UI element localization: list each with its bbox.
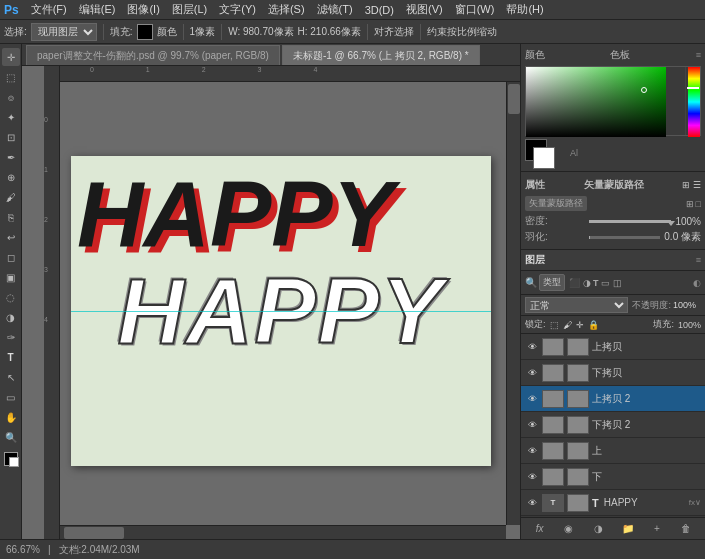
tool-crop[interactable]: ⊡: [2, 128, 20, 146]
menu-layer[interactable]: 图层(L): [166, 0, 213, 19]
tool-shape[interactable]: ▭: [2, 388, 20, 406]
lock-transparent[interactable]: ⬚: [550, 320, 559, 330]
filter-icons-row: ⬛ ◑ T ▭ ◫: [569, 278, 622, 288]
gradient-divider: [685, 67, 686, 135]
btn-mask[interactable]: ◉: [560, 521, 578, 537]
layer-item-upper-copy[interactable]: 👁 上拷贝: [521, 334, 705, 360]
menu-3d[interactable]: 3D(D): [359, 0, 400, 19]
fill-value[interactable]: 100%: [678, 320, 701, 330]
color-gradient-picker[interactable]: [525, 66, 701, 136]
layers-menu-icon[interactable]: ≡: [696, 255, 701, 265]
scrollbar-horizontal[interactable]: [60, 525, 506, 539]
tool-lasso[interactable]: ⌾: [2, 88, 20, 106]
tool-move[interactable]: ✛: [2, 48, 20, 66]
mask-btn-1[interactable]: ⊞: [686, 199, 694, 209]
density-slider[interactable]: [589, 220, 671, 223]
eye-upper[interactable]: 👁: [525, 444, 539, 458]
btn-adjustment[interactable]: ◑: [589, 521, 607, 537]
tool-hand[interactable]: ✋: [2, 408, 20, 426]
menu-image[interactable]: 图像(I): [121, 0, 165, 19]
btn-fx[interactable]: fx: [531, 521, 549, 537]
tool-marquee[interactable]: ⬚: [2, 68, 20, 86]
layer-item-lower[interactable]: 👁 下: [521, 464, 705, 490]
blend-mode-select[interactable]: 正常: [525, 297, 628, 313]
layer-toggle[interactable]: ◐: [693, 278, 701, 288]
menu-select[interactable]: 选择(S): [262, 0, 311, 19]
filter-shape[interactable]: ▭: [601, 278, 610, 288]
layers-panel-header: 图层 ≡: [521, 250, 705, 271]
thumb2-lower: [567, 468, 589, 486]
eye-lower[interactable]: 👁: [525, 470, 539, 484]
lock-image[interactable]: 🖌: [563, 320, 572, 330]
eye-lower-copy2[interactable]: 👁: [525, 418, 539, 432]
filter-type[interactable]: 类型: [539, 274, 565, 291]
layer-item-upper[interactable]: 👁 上: [521, 438, 705, 464]
eye-happy[interactable]: 👁: [525, 496, 539, 510]
happy-text: HAPPY: [118, 265, 445, 357]
toolbar-mode-select[interactable]: 现用图层: [31, 23, 97, 41]
scroll-thumb-h[interactable]: [64, 527, 124, 539]
tool-path-select[interactable]: ↖: [2, 368, 20, 386]
hue-bar[interactable]: [688, 67, 700, 137]
menu-bar: Ps 文件(F) 编辑(E) 图像(I) 图层(L) 文字(Y) 选择(S) 滤…: [0, 0, 705, 20]
mask-btn-2[interactable]: □: [696, 199, 701, 209]
vector-mask-header: 矢量蒙版路径 ⊞ □: [525, 194, 701, 213]
tool-zoom[interactable]: 🔍: [2, 428, 20, 446]
filter-pixel[interactable]: ⬛: [569, 278, 580, 288]
eye-lower-copy[interactable]: 👁: [525, 366, 539, 380]
lock-all[interactable]: 🔒: [588, 320, 599, 330]
feather-slider[interactable]: [589, 236, 660, 239]
name-upper: 上: [592, 444, 701, 458]
lock-position[interactable]: ✛: [576, 320, 584, 330]
menu-view[interactable]: 视图(V): [400, 0, 449, 19]
tool-blur[interactable]: ◌: [2, 288, 20, 306]
eye-upper-copy2[interactable]: 👁: [525, 392, 539, 406]
scroll-thumb-v[interactable]: [508, 84, 520, 114]
color-panel-menu[interactable]: ≡: [696, 50, 701, 60]
canvas-content[interactable]: 0 1 2 3 4 0 1 2 3 4 HAPPY HAPPY: [22, 66, 520, 539]
menu-filter[interactable]: 滤镜(T): [311, 0, 359, 19]
opacity-value[interactable]: 100%: [673, 300, 701, 310]
menu-window[interactable]: 窗口(W): [449, 0, 501, 19]
canvas-tab-1[interactable]: paper调整文件-伤翻的.psd @ 99.7% (paper, RGB/8): [26, 45, 280, 65]
foreground-color[interactable]: [4, 452, 18, 466]
tool-pen[interactable]: ✑: [2, 328, 20, 346]
canvas-tab-2[interactable]: 未标题-1 @ 66.7% (上 拷贝 2, RGB/8) *: [282, 45, 480, 65]
opacity-label: 不透明度:: [632, 299, 671, 312]
filter-smart[interactable]: ◫: [613, 278, 622, 288]
layer-item-lower-copy2[interactable]: 👁 下拷贝 2: [521, 412, 705, 438]
menu-file[interactable]: 文件(F): [25, 0, 73, 19]
tool-eraser[interactable]: ◻: [2, 248, 20, 266]
eye-upper-copy[interactable]: 👁: [525, 340, 539, 354]
filter-type-t[interactable]: T: [593, 278, 599, 288]
filter-adjust[interactable]: ◑: [583, 278, 591, 288]
layer-item-happy-text[interactable]: 👁 T T HAPPY fx∨: [521, 490, 705, 516]
toolbar-fill-color[interactable]: [137, 24, 153, 40]
btn-delete[interactable]: 🗑: [677, 521, 695, 537]
toolbar-transform: 约束按比例缩动: [427, 25, 497, 39]
menu-type[interactable]: 文字(Y): [213, 0, 262, 19]
scrollbar-vertical[interactable]: [506, 82, 520, 525]
tool-history-brush[interactable]: ↩: [2, 228, 20, 246]
btn-new[interactable]: +: [648, 521, 666, 537]
tool-magic-wand[interactable]: ✦: [2, 108, 20, 126]
name-lower-copy2: 下拷贝 2: [592, 418, 701, 432]
tool-brush[interactable]: 🖌: [2, 188, 20, 206]
name-lower: 下: [592, 470, 701, 484]
tool-eyedropper[interactable]: ✒: [2, 148, 20, 166]
layer-item-upper-copy2[interactable]: 👁 上拷贝 2: [521, 386, 705, 412]
menu-edit[interactable]: 编辑(E): [73, 0, 122, 19]
background-swatch[interactable]: [533, 147, 555, 169]
tool-gradient[interactable]: ▣: [2, 268, 20, 286]
btn-group[interactable]: 📁: [619, 521, 637, 537]
tool-spot-heal[interactable]: ⊕: [2, 168, 20, 186]
background-color[interactable]: [9, 457, 19, 467]
tool-dodge[interactable]: ◑: [2, 308, 20, 326]
lock-label: 锁定:: [525, 318, 546, 331]
adjustments-panel: 属性 矢量蒙版路径 ⊞ ☰ 矢量蒙版路径 ⊞ □ 密度: 100%: [521, 172, 705, 250]
tool-clone[interactable]: ⎘: [2, 208, 20, 226]
menu-help[interactable]: 帮助(H): [500, 0, 549, 19]
layer-item-lower-copy[interactable]: 👁 下拷贝: [521, 360, 705, 386]
tool-type[interactable]: T: [2, 348, 20, 366]
layer-search-toggle: ◐: [693, 278, 701, 288]
